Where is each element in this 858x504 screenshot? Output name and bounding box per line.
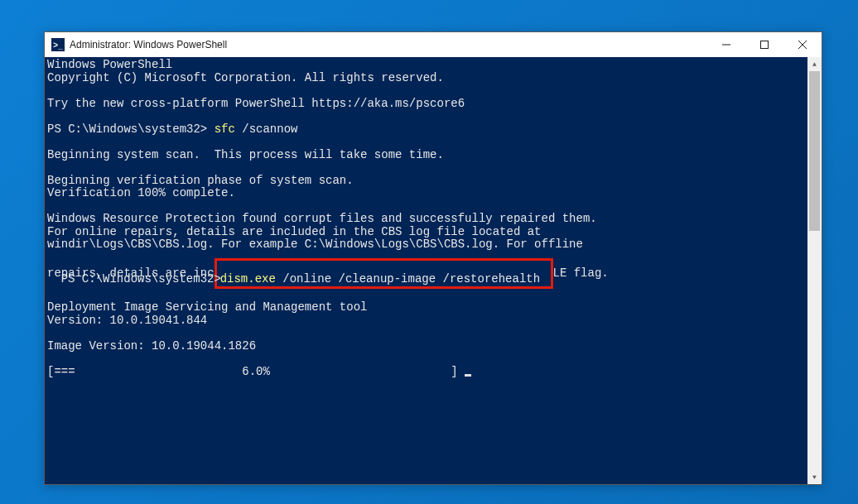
terminal-line (47, 289, 819, 302)
prompt-prefix: PS C:\Windows\system32> (47, 122, 214, 136)
command-args: /scannow (242, 122, 297, 136)
highlighted-command-name: dism.exe (220, 272, 283, 286)
scrollbar-track[interactable] (807, 71, 822, 470)
progress-bar-text: [=== 6.0% ] (47, 365, 465, 378)
terminal-line: Beginning verification phase of system s… (47, 175, 819, 188)
terminal-line (47, 84, 819, 98)
close-icon (798, 41, 807, 49)
close-button[interactable] (783, 32, 822, 57)
window-title: Administrator: Windows PowerShell (70, 39, 227, 50)
terminal-line (47, 161, 819, 175)
highlighted-command-box: luded in the log file provided by the /O… (214, 258, 553, 289)
powershell-icon: >_ (51, 38, 65, 51)
prompt-line: PS C:\Windows\system32> sfc /scannow (47, 123, 819, 137)
highlighted-command-args: /online /cleanup-image /restorehealth (282, 272, 540, 286)
progress-line: [=== 6.0% ] (47, 366, 819, 379)
window-controls (707, 32, 822, 57)
minimize-button[interactable] (707, 32, 745, 57)
terminal-line-with-highlight: repairs, details are included in the log… (47, 252, 819, 282)
terminal-line: Image Version: 10.0.19044.1826 (47, 340, 819, 353)
terminal-line: Beginning system scan. This process will… (47, 149, 819, 162)
scrollbar-up-arrow[interactable]: ▲ (807, 57, 822, 71)
scrollbar-thumb[interactable] (809, 71, 820, 231)
terminal-line: For online repairs, details are included… (47, 226, 819, 239)
terminal-line (47, 200, 819, 214)
terminal-line (47, 136, 819, 149)
terminal-line (47, 353, 819, 366)
text-after-box: LE flag. (553, 266, 609, 279)
terminal-line: Version: 10.0.19041.844 (47, 314, 819, 328)
terminal-line: Deployment Image Servicing and Managemen… (47, 301, 819, 314)
vertical-scrollbar[interactable]: ▲ ▼ (807, 57, 822, 484)
terminal-line: windir\Logs\CBS\CBS.log. For example C:\… (47, 238, 819, 252)
svg-rect-1 (761, 41, 769, 49)
maximize-icon (760, 41, 769, 49)
terminal-line: Verification 100% complete. (47, 187, 819, 200)
terminal-line (47, 327, 819, 340)
minimize-icon (722, 41, 730, 49)
titlebar[interactable]: >_ Administrator: Windows PowerShell (45, 32, 822, 57)
scrollbar-down-arrow[interactable]: ▼ (807, 470, 822, 484)
prompt-prefix-hidden: PS C:\Windows\system32> (61, 273, 229, 286)
terminal-line: Windows PowerShell (47, 59, 819, 72)
command-name: sfc (214, 122, 243, 136)
terminal-line (47, 110, 819, 123)
terminal-line: Try the new cross-platform PowerShell ht… (47, 98, 819, 111)
terminal-line: Copyright (C) Microsoft Corporation. All… (47, 72, 819, 85)
terminal-output[interactable]: Windows PowerShellCopyright (C) Microsof… (45, 57, 822, 484)
cursor (465, 374, 471, 377)
powershell-window: >_ Administrator: Windows PowerShell Win… (44, 31, 822, 485)
terminal-line: Windows Resource Protection found corrup… (47, 213, 819, 226)
maximize-button[interactable] (745, 32, 783, 57)
